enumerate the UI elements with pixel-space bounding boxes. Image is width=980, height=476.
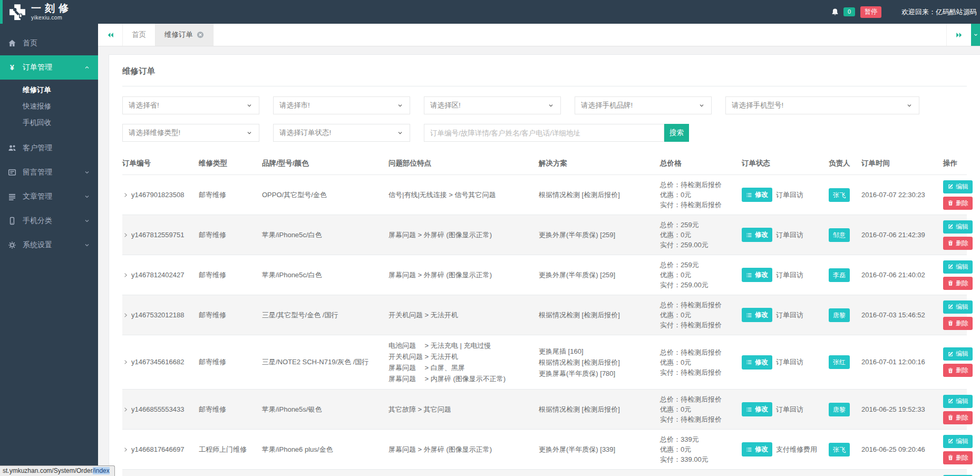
filter-select-province[interactable]: 请选择省! <box>122 96 259 114</box>
caret-down-icon <box>396 129 404 137</box>
submenu-item-quick-repair[interactable]: 快速报修 <box>0 98 98 114</box>
filter-select-city[interactable]: 请选择市! <box>273 96 410 114</box>
status-action-label[interactable]: 订单回访 <box>776 357 803 367</box>
pause-button[interactable]: 暂停 <box>860 6 881 18</box>
owner-badge[interactable]: 张红 <box>829 355 850 369</box>
tabs-scroll-right-button[interactable] <box>946 24 971 46</box>
price-line: 优惠：0元 <box>660 357 735 367</box>
sidebar-item-settings[interactable]: 系统设置 <box>0 233 98 257</box>
filter-select-repair-type[interactable]: 请选择维修类型! <box>122 124 259 142</box>
filter-select-phone-model[interactable]: 请选择手机型号! <box>725 96 919 114</box>
delete-button[interactable]: 删除 <box>943 411 973 424</box>
modify-button[interactable]: 修改 <box>742 268 772 282</box>
bell-icon[interactable] <box>831 8 839 16</box>
order-no-cell[interactable]: y1467812402427 <box>122 270 199 280</box>
delete-label: 删除 <box>956 453 968 462</box>
status-action-label[interactable]: 订单回访 <box>776 404 803 415</box>
modify-button[interactable]: 修改 <box>742 188 772 202</box>
delete-button[interactable]: 删除 <box>943 451 973 464</box>
device-info: 三星/其它型号/金色 /国行 <box>262 311 338 319</box>
status-cell: 修改订单回访 <box>742 355 829 370</box>
repair-type: 邮寄维修 <box>199 191 226 199</box>
owner-badge[interactable]: 张飞 <box>829 188 850 202</box>
sidebar-item-phone-categories[interactable]: 手机分类 <box>0 209 98 233</box>
modify-button[interactable]: 修改 <box>742 228 772 242</box>
modify-button[interactable]: 修改 <box>742 308 772 322</box>
order-no-cell[interactable]: y1466817646697 <box>122 444 199 455</box>
owner-badge[interactable]: 唐黎 <box>829 308 850 322</box>
price-label: 优惠： <box>660 271 681 279</box>
sidebar-item-label: 系统设置 <box>23 240 52 250</box>
table-header-label: 总价格 <box>660 159 682 167</box>
chevron-right-icon <box>122 446 129 453</box>
tab-home[interactable]: 首页 <box>123 24 156 46</box>
message-icon <box>8 168 18 177</box>
status-action-label[interactable]: 订单回访 <box>776 310 803 320</box>
filter-select-value: 请选择省! <box>129 101 159 110</box>
edit-button[interactable]: 编辑 <box>943 300 973 314</box>
brand-domain: yikexiu.com <box>31 15 72 21</box>
sidebar-item-messages[interactable]: 留言管理 <box>0 160 98 184</box>
owner-badge[interactable]: 张飞 <box>829 443 850 456</box>
owner-cell: 李磊 <box>829 268 861 282</box>
problems-cell: 开关机问题 > 无法开机 <box>389 309 539 320</box>
tab-repair-orders[interactable]: 维修订单 <box>156 24 214 46</box>
submenu-item-phone-recycle[interactable]: 手机回收 <box>0 114 98 131</box>
modify-button[interactable]: 修改 <box>742 355 772 370</box>
filter-select-phone-brand[interactable]: 请选择手机品牌! <box>575 96 712 114</box>
owner-cell: 唐黎 <box>829 403 861 416</box>
edit-button[interactable]: 编辑 <box>943 220 973 234</box>
status-action-label[interactable]: 订单回访 <box>776 270 803 280</box>
owner-badge[interactable]: 唐黎 <box>829 403 850 416</box>
search-button[interactable]: 搜索 <box>664 124 689 142</box>
modify-button[interactable]: 修改 <box>742 402 772 416</box>
sidebar-item-home[interactable]: 首页 <box>0 31 98 55</box>
repair-type-cell: 邮寄维修 <box>199 357 262 367</box>
order-no-cell[interactable]: y1467901823508 <box>122 190 199 200</box>
sidebar-item-orders[interactable]: ¥订单管理 <box>0 55 98 80</box>
tabs-scroll-left-button[interactable] <box>98 24 123 46</box>
device-info: 苹果/iPhone5c/白色 <box>262 231 322 239</box>
chevron-up-icon <box>84 64 90 71</box>
price-label: 总价： <box>660 181 681 189</box>
status-action-label[interactable]: 订单回访 <box>776 190 803 200</box>
table-header-label: 订单状态 <box>742 159 770 168</box>
delete-button[interactable]: 删除 <box>943 364 973 377</box>
sidebar-item-customers[interactable]: 客户管理 <box>0 136 98 160</box>
owner-badge[interactable]: 邹意 <box>829 228 850 242</box>
order-number: y1467812559751 <box>131 230 185 240</box>
order-no-cell[interactable]: y1467812559751 <box>122 230 199 240</box>
status-action-label[interactable]: 订单回访 <box>776 230 803 240</box>
problem-line: 屏幕问题 > 外屏碎 (图像显示正常) <box>389 229 532 240</box>
delete-button[interactable]: 删除 <box>943 197 973 210</box>
edit-button[interactable]: 编辑 <box>943 180 973 193</box>
tabs-menu-button[interactable] <box>971 24 980 46</box>
table-row: y1467812559751邮寄维修苹果/iPhone5c/白色屏幕问题 > 外… <box>122 215 967 255</box>
search-input[interactable] <box>424 124 664 142</box>
price-line: 实付：待检测后报价 <box>660 367 735 377</box>
sidebar-item-articles[interactable]: 文章管理 <box>0 184 98 209</box>
users-icon <box>8 144 18 152</box>
solution-line: 根据情况检测 [检测后报价] <box>539 357 654 368</box>
price-cell: 总价：259元优惠：0元实付：259.00元 <box>660 220 742 250</box>
edit-button[interactable]: 编辑 <box>943 435 973 448</box>
edit-button[interactable]: 编辑 <box>943 260 973 274</box>
filter-select-district[interactable]: 请选择区! <box>424 96 561 114</box>
submenu-item-repair-orders[interactable]: 维修订单 <box>0 82 98 98</box>
delete-button[interactable]: 删除 <box>943 277 973 290</box>
edit-button[interactable]: 编辑 <box>943 347 973 361</box>
order-no-cell[interactable]: y1467345616682 <box>122 357 199 367</box>
delete-label: 删除 <box>956 279 968 288</box>
owner-badge[interactable]: 李磊 <box>829 268 850 282</box>
delete-button[interactable]: 删除 <box>943 237 973 250</box>
status-action-label[interactable]: 支付维修费用 <box>776 444 817 455</box>
order-time-cell: 2016-06-25 09:20:46 <box>861 444 943 455</box>
edit-button[interactable]: 编辑 <box>943 395 973 408</box>
modify-button[interactable]: 修改 <box>742 442 772 456</box>
order-no-cell[interactable]: y1466855553433 <box>122 404 199 415</box>
delete-button[interactable]: 删除 <box>943 317 973 330</box>
sidebar-submenu: 维修订单快速报修手机回收 <box>0 80 98 136</box>
filter-select-order-status[interactable]: 请选择订单状态! <box>273 124 410 142</box>
order-no-cell[interactable]: y1467532012188 <box>122 310 199 320</box>
notification-count-badge[interactable]: 0 <box>843 7 855 16</box>
